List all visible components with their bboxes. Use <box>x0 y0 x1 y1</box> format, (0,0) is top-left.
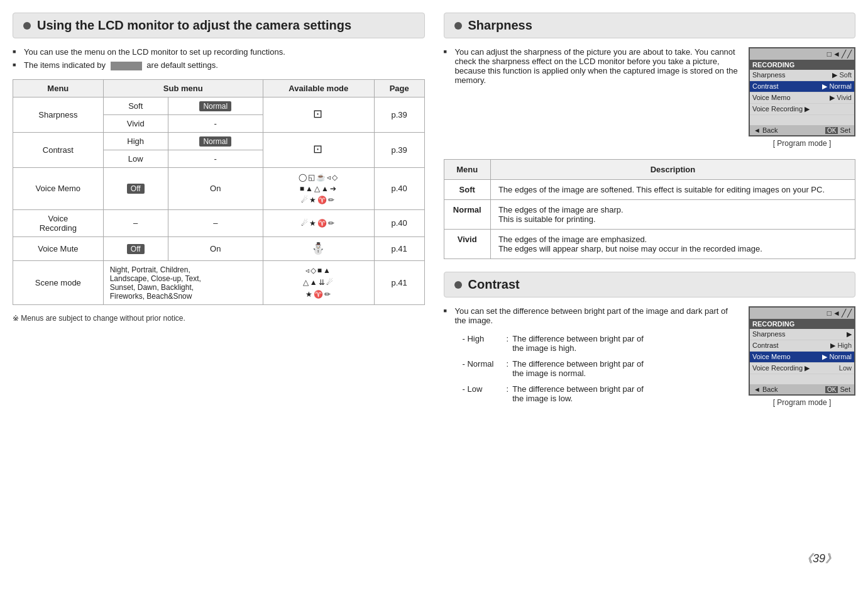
desc-vivid-label: Vivid <box>444 230 490 259</box>
default-box <box>111 62 142 70</box>
desc-row-normal: Normal The edges of the image are sharp.… <box>444 200 855 230</box>
lcd-contrast-row-voicememo: Voice Memo ▶ Normal <box>750 352 854 363</box>
desc-col-desc: Description <box>490 160 855 180</box>
submenu-normal-badge-contrast: Normal <box>168 132 263 150</box>
page-voice-mute: p.41 <box>374 236 424 260</box>
contrast-dot <box>454 281 462 289</box>
lcd-row-voicememo: Voice Memo ▶ Vivid <box>750 92 854 104</box>
sharpness-body: You can adjust the sharpness of the pict… <box>444 47 856 148</box>
menu-contrast: Contrast <box>13 132 104 167</box>
lcd-title-sharpness: RECORDING <box>750 60 854 70</box>
contrast-intro-item: You can set the difference between brigh… <box>444 306 739 325</box>
submenu-dash-vr2: – <box>168 209 263 236</box>
submenu-on-vm: On <box>168 167 263 209</box>
table-row: VoiceRecording – – ☄★♈✏ p.40 <box>13 209 425 236</box>
submenu-on-vmu: On <box>168 236 263 260</box>
submenu-off-vm: Off <box>103 167 168 209</box>
left-section-header: Using the LCD monitor to adjust the came… <box>13 13 425 38</box>
lcd-row-voicerec: Voice Recording ▶ <box>750 104 854 115</box>
header-dot <box>23 22 31 30</box>
submenu-high: High <box>103 132 168 150</box>
sharpness-title: Sharpness <box>468 18 532 33</box>
lcd-footer-sharpness: ◄ Back OK Set <box>750 125 854 135</box>
mode-icon-voice-memo: ◯◱☕◃◇ ■▲△▲➔ ☄★♈✏ <box>263 167 374 209</box>
contrast-lcd: □ ◄ ╱ ╱ RECORDING Sharpness ▶ Contrast <box>749 306 855 412</box>
lcd-title-contrast: RECORDING <box>750 319 854 329</box>
table-header-row: Menu Sub menu Available mode Page <box>13 79 425 97</box>
menu-sharpness: Sharpness <box>13 97 104 132</box>
menu-voice-recording: VoiceRecording <box>13 209 104 236</box>
col-menu: Menu <box>13 79 104 97</box>
submenu-dash-sharpness: - <box>168 114 263 132</box>
bullet-2: The items indicated by are default setti… <box>13 60 425 70</box>
sharpness-lcd: □ ◄ ╱ ╱ RECORDING Sharpness ▶ Soft Contr… <box>749 47 855 148</box>
contrast-title: Contrast <box>468 277 520 292</box>
desc-col-menu: Menu <box>444 160 490 180</box>
sharpness-dot <box>454 22 462 30</box>
table-row: Sharpness Soft Normal ⊡ p.39 <box>13 97 425 114</box>
sharpness-desc-table: Menu Description Soft The edges of the i… <box>444 159 856 259</box>
table-row: Contrast High Normal ⊡ p.39 <box>13 132 425 150</box>
lcd-spacer <box>750 115 854 125</box>
page-sharpness: p.39 <box>374 97 424 132</box>
desc-normal-label: Normal <box>444 200 490 230</box>
mode-icon-scene: ◃◇■▲ △▲⇊☄ ★♈✏ <box>263 260 374 305</box>
lcd-contrast-row-sharpness: Sharpness ▶ <box>750 329 854 340</box>
page-number: 《39》 <box>801 551 837 566</box>
mode-icon-voice-mute: ⛄ <box>263 236 374 260</box>
desc-normal-text: The edges of the image are sharp.This is… <box>490 200 855 230</box>
contrast-content: You can set the difference between brigh… <box>444 306 856 412</box>
menu-voice-memo: Voice Memo <box>13 167 104 209</box>
sharpness-section-header: Sharpness <box>444 13 856 38</box>
bullet-2-suffix: are default settings. <box>146 60 217 70</box>
lcd-footer-contrast: ◄ Back OK Set <box>750 384 854 394</box>
submenu-dash-contrast: - <box>168 150 263 167</box>
page-voice-memo: p.40 <box>374 167 424 209</box>
contrast-item-normal: - Normal : The difference between bright… <box>463 359 739 378</box>
mode-icon-contrast: ⊡ <box>263 132 374 167</box>
submenu-scene: Night, Portrait, Children, Landscape, Cl… <box>103 260 263 305</box>
desc-vivid-text: The edges of the image are emphasized.Th… <box>490 230 855 259</box>
menu-scene-mode: Scene mode <box>13 260 104 305</box>
mode-icon-sharpness: ⊡ <box>263 97 374 132</box>
main-settings-table: Menu Sub menu Available mode Page Sharpn… <box>13 79 425 306</box>
bullet-1-text: You can use the menu on the LCD monitor … <box>24 47 285 57</box>
desc-row-vivid: Vivid The edges of the image are emphasi… <box>444 230 855 259</box>
submenu-normal-badge: Normal <box>168 97 263 114</box>
col-mode: Available mode <box>263 79 374 97</box>
submenu-low: Low <box>103 150 168 167</box>
bullet-1: You can use the menu on the LCD monitor … <box>13 47 425 57</box>
contrast-high-desc: The difference between bright par ofthe … <box>512 334 644 353</box>
table-row: Voice Memo Off On ◯◱☕◃◇ ■▲△▲➔ ☄★♈✏ p.40 <box>13 167 425 209</box>
col-submenu: Sub menu <box>103 79 263 97</box>
contrast-items-list: - High : The difference between bright p… <box>463 334 739 403</box>
menu-voice-mute: Voice Mute <box>13 236 104 260</box>
table-row: Voice Mute Off On ⛄ p.41 <box>13 236 425 260</box>
submenu-dash-vr1: – <box>103 209 168 236</box>
lcd-icons-sharpness: □ ◄ ╱ ╱ <box>750 48 854 60</box>
contrast-intro-text: You can set the difference between brigh… <box>455 306 728 325</box>
sharpness-intro: You can adjust the sharpness of the pict… <box>444 47 739 148</box>
lcd-caption-contrast: [ Program mode ] <box>749 398 855 407</box>
notice-text: Menus are subject to change without prio… <box>13 314 425 323</box>
intro-bullets: You can use the menu on the LCD monitor … <box>13 47 425 70</box>
sharpness-intro-text: You can adjust the sharpness of the pict… <box>455 47 738 85</box>
contrast-normal-desc: The difference between bright par ofthe … <box>512 359 644 378</box>
submenu-off-vmu: Off <box>103 236 168 260</box>
submenu-vivid: Vivid <box>103 114 168 132</box>
submenu-soft: Soft <box>103 97 168 114</box>
sharpness-intro-item: You can adjust the sharpness of the pict… <box>444 47 739 85</box>
left-title: Using the LCD monitor to adjust the came… <box>37 18 351 33</box>
page-scene: p.41 <box>374 260 424 305</box>
bullet-2-text: The items indicated by <box>24 60 106 70</box>
contrast-low-desc: The difference between bright par ofthe … <box>512 384 644 403</box>
desc-header-row: Menu Description <box>444 160 855 180</box>
lcd-caption-sharpness: [ Program mode ] <box>749 139 855 148</box>
lcd-contrast-row-voicerec: Voice Recording ▶ Low <box>750 363 854 374</box>
desc-row-soft: Soft The edges of the image are softened… <box>444 180 855 200</box>
desc-soft-label: Soft <box>444 180 490 200</box>
contrast-item-high: - High : The difference between bright p… <box>463 334 739 353</box>
page-contrast: p.39 <box>374 132 424 167</box>
col-page: Page <box>374 79 424 97</box>
contrast-section-header: Contrast <box>444 272 856 297</box>
